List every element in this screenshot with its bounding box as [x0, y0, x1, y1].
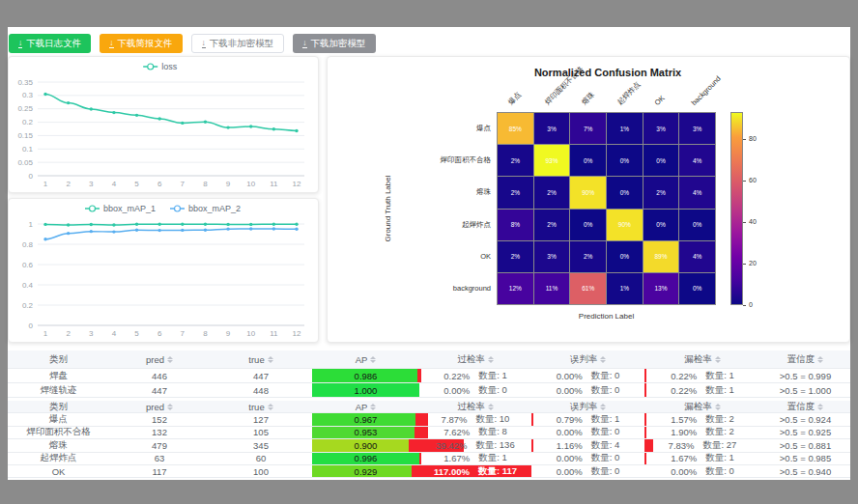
class-cell: 焊印面积不合格: [8, 427, 109, 438]
ap-value: 0.929: [355, 466, 378, 477]
sort-caret-icon[interactable]: [817, 404, 823, 410]
sort-caret-icon[interactable]: [167, 356, 173, 363]
matrix-cell-value: 89%: [654, 253, 667, 260]
true-cell: 100: [210, 465, 312, 477]
sort-caret-icon[interactable]: [370, 356, 376, 363]
column-header-true[interactable]: true: [210, 401, 312, 412]
matrix-cell: 3%: [644, 113, 679, 144]
rate-count: 数量: 10: [476, 413, 510, 425]
rate-percent: 0.79%: [557, 414, 583, 425]
sort-caret-icon[interactable]: [268, 356, 273, 363]
colorbar-tick: [743, 305, 746, 306]
class-cell: 熔珠: [8, 439, 109, 451]
matrix-cell: 3%: [534, 241, 570, 272]
sort-caret-icon[interactable]: [268, 404, 273, 410]
rate-percent: 117.00%: [434, 466, 470, 477]
map-chart: 00.20.40.60.81123456789101112bbox_mAP_1b…: [9, 199, 318, 342]
rate-count: 数量: 0: [705, 465, 734, 477]
matrix-cell: 2%: [498, 241, 533, 272]
rate-count: 数量: 2: [705, 413, 734, 425]
column-header-conf[interactable]: 置信度: [760, 350, 850, 368]
matrix-cell: 4%: [679, 241, 715, 272]
column-header-over[interactable]: 过检率: [419, 350, 531, 368]
matrix-row-label: background: [453, 284, 491, 293]
matrix-cell-value: 0%: [693, 221, 701, 228]
misjudge-rate-cell: 1.16%数量: 4: [531, 439, 644, 451]
sort-caret-icon[interactable]: [817, 356, 823, 363]
rate-bar: [419, 413, 428, 425]
column-header-ap[interactable]: AP: [312, 350, 419, 368]
sort-caret-icon[interactable]: [600, 404, 606, 410]
matrix-cell: 2%: [534, 177, 570, 208]
column-header-miss[interactable]: 漏检率: [644, 350, 760, 368]
table-header-row: 类别predtrueAP过检率误判率漏检率置信度: [8, 350, 850, 369]
matrix-cell-value: 0%: [584, 221, 592, 228]
column-header-label: pred: [146, 354, 164, 365]
matrix-cell: 2%: [644, 177, 679, 208]
column-header-mis[interactable]: 误判率: [531, 401, 644, 412]
legend-item-bbox_mAP_1[interactable]: bbox_mAP_1: [85, 204, 156, 213]
matrix-cell: 0%: [607, 177, 643, 208]
rate-bar: [644, 453, 646, 464]
download-icon: ↓: [202, 39, 206, 48]
miss-rate-cell: 0.22%数量: 1: [644, 383, 760, 397]
column-header-over[interactable]: 过检率: [419, 401, 531, 412]
download-encrypted-model-button[interactable]: ↓ 下载加密模型: [293, 34, 375, 53]
column-header-true[interactable]: true: [210, 350, 312, 368]
sort-caret-icon[interactable]: [600, 356, 606, 363]
column-header-mis[interactable]: 误判率: [531, 350, 644, 368]
column-header-miss[interactable]: 漏检率: [644, 401, 760, 412]
sort-caret-icon[interactable]: [715, 356, 721, 363]
download-log-button[interactable]: ↓ 下载日志文件: [9, 34, 91, 53]
table-row: 焊盘4464470.9860.22%数量: 10.00%数量: 00.22%数量…: [8, 369, 850, 383]
rate-count: 数量: 117: [478, 465, 517, 477]
matrix-cell: 1%: [607, 273, 643, 304]
download-unencrypted-model-button[interactable]: ↓ 下载非加密模型: [191, 34, 285, 53]
svg-text:0.2: 0.2: [22, 301, 34, 310]
legend-item-bbox_mAP_2[interactable]: bbox_mAP_2: [170, 204, 241, 213]
column-header-class: 类别: [8, 401, 109, 412]
rate-percent: 0.00%: [671, 466, 697, 477]
toolbar: ↓ 下载日志文件 ↓ 下载简报文件 ↓ 下载非加密模型 ↓ 下载加密模型: [9, 34, 376, 53]
colorbar-tick-label: 60: [749, 177, 757, 183]
svg-text:0.15: 0.15: [17, 131, 33, 140]
column-header-label: 误判率: [570, 353, 598, 366]
sort-caret-icon[interactable]: [167, 404, 173, 410]
true-cell: 447: [210, 369, 312, 382]
svg-text:1: 1: [43, 180, 48, 188]
column-header-pred[interactable]: pred: [109, 401, 210, 412]
column-header-ap[interactable]: AP: [312, 401, 419, 412]
matrix-cell-value: 85%: [509, 126, 522, 132]
svg-text:2: 2: [66, 329, 71, 338]
misjudge-rate-cell: 0.00%数量: 0: [531, 383, 644, 397]
misjudge-rate-cell: 0.00%数量: 0: [531, 453, 644, 464]
pred-cell: 132: [109, 427, 210, 438]
matrix-cell-value: 13%: [654, 285, 667, 292]
matrix-cell-value: 4%: [693, 157, 701, 164]
legend-item-loss[interactable]: loss: [143, 62, 178, 71]
rate-percent: 39.42%: [436, 440, 467, 451]
rate-count: 数量: 1: [478, 453, 507, 464]
sort-caret-icon[interactable]: [715, 404, 721, 410]
download-report-button[interactable]: ↓ 下载简报文件: [100, 34, 182, 53]
pred-cell: 447: [109, 383, 210, 397]
svg-text:loss: loss: [161, 62, 178, 71]
matrix-cell-value: 2%: [547, 221, 556, 228]
sort-caret-icon[interactable]: [488, 404, 494, 410]
table-row: OK1171000.929117.00%数量: 1170.00%数量: 00.0…: [8, 465, 850, 478]
svg-text:0.4: 0.4: [22, 281, 34, 290]
matrix-cell: 2%: [498, 145, 533, 176]
column-header-label: true: [248, 402, 264, 412]
class-cell: 焊盘: [8, 369, 109, 382]
matrix-cell-value: 0%: [584, 157, 592, 164]
column-header-conf[interactable]: 置信度: [760, 401, 850, 412]
overdetect-rate-cell: 1.67%数量: 1: [419, 453, 531, 464]
rate-count: 数量: 0: [478, 384, 507, 397]
ap-bar-cell: 0.953: [312, 427, 419, 438]
sort-caret-icon[interactable]: [370, 404, 376, 410]
overdetect-rate-cell: 0.00%数量: 0: [419, 383, 531, 397]
sort-caret-icon[interactable]: [488, 356, 494, 363]
column-header-pred[interactable]: pred: [109, 350, 210, 368]
column-header-label: 漏检率: [684, 401, 712, 412]
svg-text:4: 4: [112, 329, 117, 338]
